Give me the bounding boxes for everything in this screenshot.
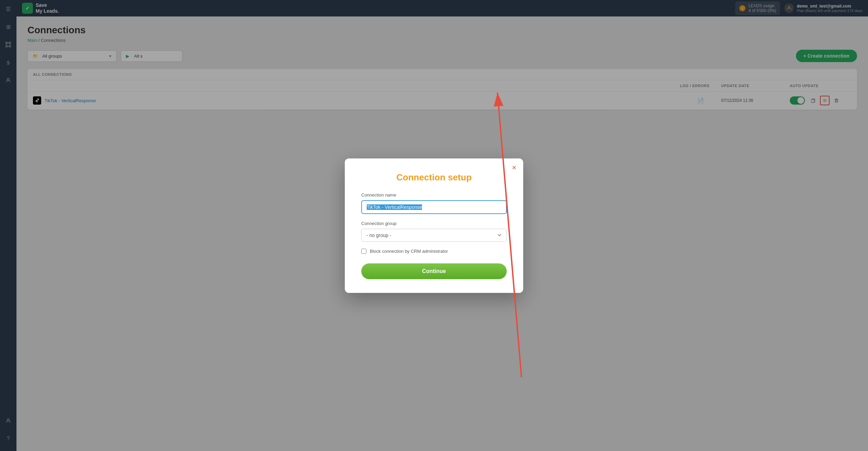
modal-title: Connection setup — [361, 172, 507, 183]
connection-group-select[interactable]: - no group - — [361, 229, 507, 242]
continue-button[interactable]: Continue — [361, 263, 507, 279]
connection-name-group: Connection name — [361, 192, 507, 214]
connection-name-input[interactable] — [361, 200, 507, 214]
modal-overlay[interactable]: × Connection setup Connection name Conne… — [0, 0, 868, 451]
modal: × Connection setup Connection name Conne… — [345, 158, 523, 293]
block-connection-row: Block connection by CRM administrator — [361, 249, 507, 254]
block-connection-label: Block connection by CRM administrator — [370, 249, 448, 254]
connection-name-label: Connection name — [361, 192, 507, 198]
connection-group-group: Connection group - no group - — [361, 221, 507, 242]
block-connection-checkbox[interactable] — [361, 249, 366, 254]
connection-group-label: Connection group — [361, 221, 507, 226]
modal-close-button[interactable]: × — [512, 164, 516, 171]
